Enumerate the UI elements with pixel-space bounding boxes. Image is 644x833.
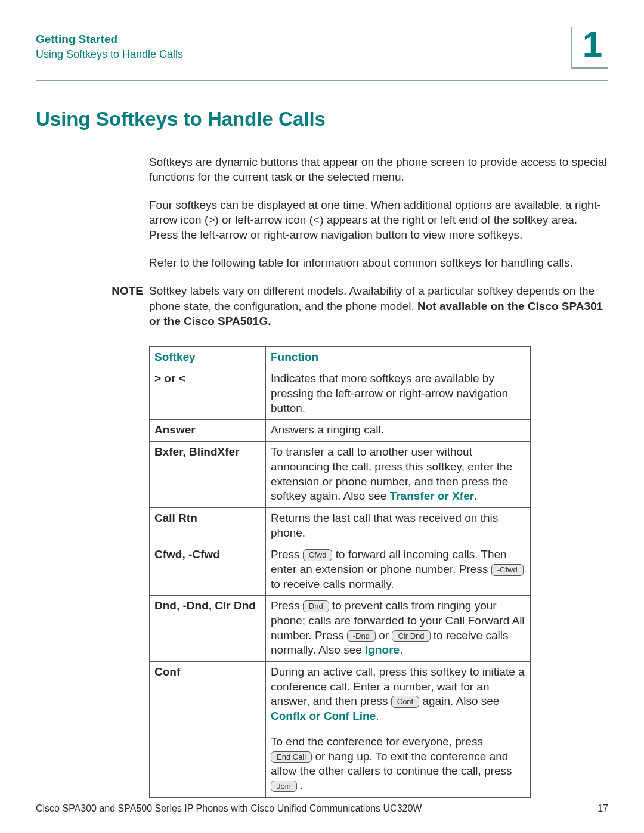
func-arrows: Indicates that more softkeys are availab… (266, 368, 531, 420)
page-heading: Using Softkeys to Handle Calls (36, 108, 608, 131)
conf-t3: . (376, 710, 379, 722)
func-bxfer: To transfer a call to another user witho… (266, 442, 531, 508)
key-bxfer: Bxfer, BlindXfer (150, 442, 266, 508)
link-ignore[interactable]: Ignore (365, 643, 400, 656)
cfwd-t1: Press (271, 548, 303, 561)
table-row: Conf During an active call, press this s… (150, 662, 531, 798)
key-dnd: Dnd, -Dnd, Clr Dnd (150, 596, 266, 662)
section-title: Using Softkeys to Handle Calls (36, 48, 571, 61)
table-row: Dnd, -Dnd, Clr Dnd Press Dnd to prevent … (150, 596, 531, 662)
footer-page-number: 17 (597, 803, 608, 814)
btn-dnd: Dnd (303, 600, 329, 612)
key-arrows: > or < (150, 368, 266, 420)
key-callrtn: Call Rtn (150, 507, 266, 544)
table-row: Bxfer, BlindXfer To transfer a call to a… (150, 442, 531, 508)
btn-minus-dnd: -Dnd (347, 630, 376, 642)
header-rule (36, 80, 608, 81)
dnd-t5: . (400, 643, 402, 656)
table-row: Answer Answers a ringing call. (150, 420, 531, 442)
chapter-number-box: 1 (571, 27, 608, 69)
func-callrtn: Returns the last call that was received … (266, 507, 531, 544)
table-row: Call Rtn Returns the last call that was … (150, 507, 531, 544)
note-body: Softkey labels vary on different models.… (149, 283, 608, 328)
table-row: > or < Indicates that more softkeys are … (150, 368, 531, 420)
dnd-t3: or (376, 629, 392, 642)
th-softkey: Softkey (150, 346, 266, 368)
conf-t4: To end the conference for everyone, pres… (271, 735, 483, 748)
page-footer: Cisco SPA300 and SPA500 Series IP Phones… (36, 797, 608, 814)
key-conf: Conf (150, 662, 266, 798)
btn-join: Join (271, 781, 297, 792)
intro-para-2: Four softkeys can be displayed at one ti… (149, 197, 608, 242)
func-dnd: Press Dnd to prevent calls from ringing … (266, 596, 531, 662)
footer-doc-title: Cisco SPA300 and SPA500 Series IP Phones… (36, 803, 422, 814)
btn-minus-cfwd: -Cfwd (491, 564, 524, 576)
btn-cfwd: Cfwd (303, 549, 333, 561)
intro-para-3: Refer to the following table for informa… (149, 255, 608, 270)
chapter-number: 1 (583, 27, 602, 63)
link-transfer-xfer[interactable]: Transfer or Xfer (390, 490, 475, 502)
conf-t2: again. Also see (419, 695, 499, 707)
btn-conf: Conf (391, 696, 419, 708)
intro-para-1: Softkeys are dynamic buttons that appear… (149, 154, 608, 184)
footer-rule (36, 797, 608, 797)
link-conflx[interactable]: Conflx or Conf Line (271, 710, 376, 722)
btn-end-call: End Call (271, 751, 312, 763)
chapter-title: Getting Started (36, 33, 571, 46)
func-conf: During an active call, press this softke… (266, 662, 531, 798)
th-function: Function (266, 346, 531, 368)
bxfer-period: . (474, 490, 477, 502)
key-cfwd: Cfwd, -Cfwd (150, 544, 266, 596)
cfwd-t3: to receive calls normally. (271, 578, 394, 590)
conf-t6: . (297, 779, 304, 792)
dnd-t1: Press (271, 599, 303, 612)
table-row: Cfwd, -Cfwd Press Cfwd to forward all in… (150, 544, 531, 596)
note-label: NOTE (36, 283, 149, 328)
func-cfwd: Press Cfwd to forward all incoming calls… (266, 544, 531, 596)
key-answer: Answer (150, 420, 266, 442)
btn-clr-dnd: Clr Dnd (392, 630, 430, 642)
func-answer: Answers a ringing call. (266, 420, 531, 442)
softkey-table: Softkey Function > or < Indicates that m… (149, 346, 531, 798)
